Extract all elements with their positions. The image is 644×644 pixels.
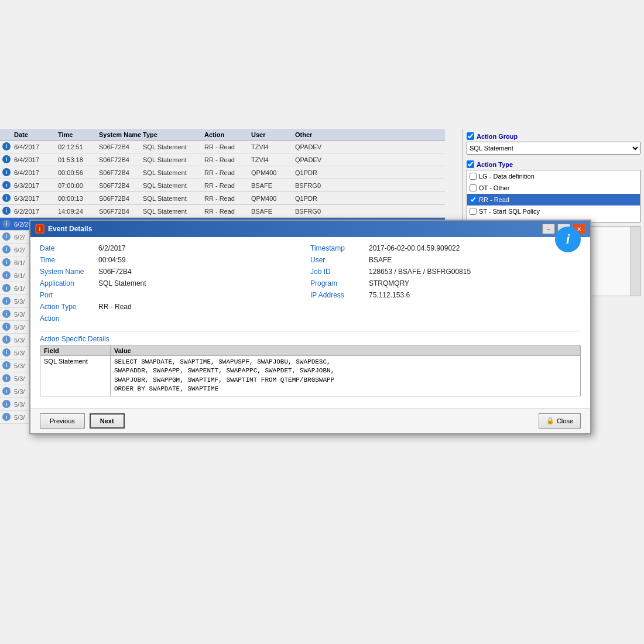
row-info-icon: i — [2, 297, 11, 305]
dialog-title-left: i Event Details — [35, 224, 92, 234]
application-value: SQL Statement — [98, 279, 146, 287]
action-group-label: Action Group — [477, 133, 518, 140]
table-row[interactable]: i 6/2/2017 14:09:24 S06F72B4 SQL Stateme… — [0, 205, 445, 218]
info-icon-large-container: i — [555, 244, 581, 252]
action-type-st-label: ST - Start SQL Policy — [479, 208, 540, 215]
row-info-icon: i — [2, 245, 11, 254]
row-info-icon: i — [2, 310, 11, 318]
action-type-rr-checkbox[interactable] — [470, 196, 477, 203]
event-fields-area: Date 6/2/2017 Time 00:04:59 System Name … — [40, 244, 581, 326]
table-row[interactable]: i 6/3/2017 07:00:00 S06F72B4 SQL Stateme… — [0, 179, 445, 192]
system-name-label: System Name — [40, 268, 98, 276]
program-label: Program — [310, 279, 369, 287]
row-info-icon: i — [2, 232, 11, 241]
ip-address-value: 75.112.153.6 — [369, 291, 410, 299]
action-label: Action — [40, 314, 98, 323]
date-field-row: Date 6/2/2017 — [40, 244, 299, 252]
close-icon: 🔒 — [546, 417, 554, 424]
table-row[interactable]: i 6/3/2017 00:00:13 S06F72B4 SQL Stateme… — [0, 192, 445, 205]
row-info-icon: i — [2, 323, 11, 331]
next-button[interactable]: Next — [90, 413, 125, 429]
timestamp-value: 2017-06-02-00.04.59.909022 — [369, 244, 460, 252]
job-id-label: Job ID — [310, 268, 369, 276]
close-button[interactable]: 🔒 Close — [539, 413, 581, 429]
action-type-ot-checkbox[interactable] — [470, 184, 477, 191]
event-fields-right: Timestamp 2017-06-02-00.04.59.909022 Use… — [310, 244, 581, 326]
action-type-checkbox[interactable] — [467, 160, 474, 168]
date-value: 6/2/2017 — [98, 244, 126, 252]
row-info-icon: i — [2, 181, 11, 189]
row-info-icon: i — [2, 207, 11, 215]
table-row[interactable]: i 6/4/2017 01:53:18 S06F72B4 SQL Stateme… — [0, 153, 445, 166]
port-field-row: Port — [40, 291, 299, 299]
action-type-lg-label: LG - Data definition — [479, 173, 535, 180]
dialog-titlebar: i Event Details − □ ✕ — [30, 221, 590, 237]
ip-address-field-row: IP Address 75.112.153.6 — [310, 291, 569, 299]
row-info-icon: i — [2, 220, 11, 228]
row-info-icon: i — [2, 348, 11, 357]
time-field-row: Time 00:04:59 — [40, 256, 299, 264]
action-group-checkbox[interactable] — [467, 132, 474, 140]
row-info-icon: i — [2, 374, 11, 382]
action-type-label: Action Type — [477, 161, 513, 168]
ip-address-label: IP Address — [310, 291, 369, 299]
row-info-icon: i — [2, 142, 11, 150]
row-info-icon: i — [2, 400, 11, 408]
row-info-icon: i — [2, 194, 11, 202]
event-details-dialog: i Event Details − □ ✕ Date 6/2/2017 Time — [29, 220, 591, 434]
action-type-item[interactable]: LG - Data definition — [467, 170, 640, 182]
action-group-dropdown[interactable]: SQL Statement — [467, 142, 640, 155]
panel-scrollbar[interactable] — [631, 227, 640, 296]
col-field-header: Field — [40, 346, 111, 356]
sql-statement-value-cell: SELECT SWAPDATE, SWAPTIME, SWAPUSPF, SWA… — [111, 356, 581, 396]
program-value: STRQMQRY — [369, 279, 409, 287]
table-row[interactable]: i 6/4/2017 00:00:56 S06F72B4 SQL Stateme… — [0, 166, 445, 179]
footer-nav-buttons: Previous Next — [40, 413, 125, 429]
info-icon-large: i — [555, 227, 581, 252]
separator — [40, 331, 581, 331]
dialog-footer: Previous Next 🔒 Close — [30, 408, 590, 433]
system-name-field-row: System Name S06F72B4 — [40, 268, 299, 276]
row-info-icon: i — [2, 335, 11, 344]
action-type-ot-label: OT - Other — [479, 184, 509, 191]
row-info-icon: i — [2, 168, 11, 176]
time-label: Time — [40, 256, 98, 264]
time-value: 00:04:59 — [98, 256, 126, 264]
dialog-body: Date 6/2/2017 Time 00:04:59 System Name … — [30, 237, 590, 408]
action-type-lg-checkbox[interactable] — [470, 173, 477, 180]
col-value-header: Value — [111, 346, 581, 356]
row-info-icon: i — [2, 284, 11, 292]
row-info-icon: i — [2, 387, 11, 395]
close-button-label: Close — [557, 417, 573, 424]
row-info-icon: i — [2, 258, 11, 266]
previous-button[interactable]: Previous — [40, 413, 85, 429]
system-name-value: S06F72B4 — [98, 268, 132, 276]
info-icon-letter: i — [566, 232, 570, 247]
action-type-item-selected[interactable]: RR - Read — [467, 194, 640, 205]
action-specific-label: Action Specific Details — [40, 335, 581, 343]
row-info-icon: i — [2, 155, 11, 163]
action-group-section: Action Group SQL Statement — [467, 132, 640, 157]
port-label: Port — [40, 291, 98, 299]
sql-statement-field-cell: SQL Statement — [40, 356, 111, 396]
minimize-button[interactable]: − — [542, 224, 555, 234]
timestamp-field-row: Timestamp 2017-06-02-00.04.59.909022 — [310, 244, 569, 252]
action-type-field-row: Action Type RR - Read — [40, 303, 299, 311]
program-field-row: Program STRQMQRY — [310, 279, 569, 287]
application-field-row: Application SQL Statement — [40, 279, 299, 287]
row-info-icon: i — [2, 271, 11, 279]
table-row[interactable]: i 6/4/2017 02:12:51 S06F72B4 SQL Stateme… — [0, 141, 445, 153]
action-type-st-checkbox[interactable] — [470, 208, 477, 215]
user-label: User — [310, 256, 369, 264]
timestamp-label: Timestamp — [310, 244, 369, 252]
action-type-item[interactable]: OT - Other — [467, 182, 640, 194]
action-type-item[interactable]: ST - Start SQL Policy — [467, 205, 640, 217]
sql-statement-text: SELECT SWAPDATE, SWAPTIME, SWAPUSPF, SWA… — [114, 358, 334, 392]
sql-statement-row: SQL Statement SELECT SWAPDATE, SWAPTIME,… — [40, 356, 581, 396]
date-label: Date — [40, 244, 98, 252]
dialog-title-icon: i — [35, 224, 44, 234]
dialog-title-text: Event Details — [48, 225, 92, 233]
job-id-value: 128653 / BSAFE / BSFRG00815 — [369, 268, 471, 276]
row-info-icon: i — [2, 361, 11, 369]
user-value: BSAFE — [369, 256, 392, 264]
